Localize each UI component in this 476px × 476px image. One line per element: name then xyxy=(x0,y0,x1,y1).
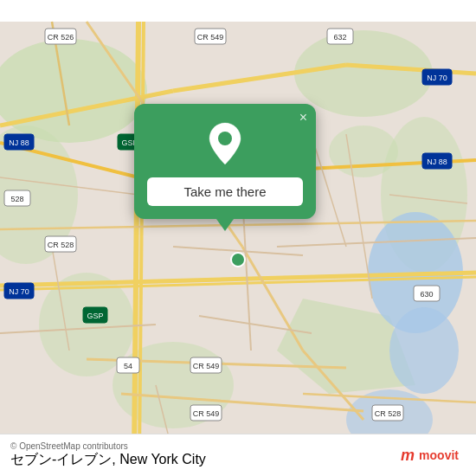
moovit-brand: m moovit xyxy=(394,444,466,467)
svg-text:GSP: GSP xyxy=(87,312,103,320)
location-pin-icon xyxy=(204,121,246,169)
place-name: セブン-イレブン, xyxy=(10,452,116,466)
svg-point-72 xyxy=(231,253,245,267)
svg-text:CR 528: CR 528 xyxy=(48,241,74,249)
svg-text:NJ 88: NJ 88 xyxy=(427,158,447,166)
svg-text:630: 630 xyxy=(420,290,433,299)
svg-point-73 xyxy=(218,132,232,145)
svg-text:NJ 70: NJ 70 xyxy=(9,287,29,296)
svg-text:NJ 70: NJ 70 xyxy=(427,74,447,82)
svg-text:54: 54 xyxy=(124,362,132,370)
bottom-info: © OpenStreetMap contributors セブン-イレブン, N… xyxy=(10,441,206,469)
svg-text:CR 549: CR 549 xyxy=(197,33,224,42)
svg-point-2 xyxy=(294,30,433,117)
svg-point-8 xyxy=(329,125,398,177)
map-background: CR 526 CR 549 632 NJ 70 NJ 88 NJ 88 528 … xyxy=(0,0,476,476)
svg-text:CR 549: CR 549 xyxy=(193,409,220,418)
svg-text:528: 528 xyxy=(10,195,23,203)
place-info: セブン-イレブン, New York City xyxy=(10,451,206,469)
moovit-wordmark: moovit xyxy=(419,448,459,462)
svg-text:CR 528: CR 528 xyxy=(375,409,402,418)
moovit-icon: m xyxy=(401,447,415,465)
popup-card: × Take me there xyxy=(134,104,316,219)
map-container: CR 526 CR 549 632 NJ 70 NJ 88 NJ 88 528 … xyxy=(0,0,476,476)
popup-pointer xyxy=(216,219,234,231)
svg-text:CR 526: CR 526 xyxy=(48,33,74,42)
take-me-there-button[interactable]: Take me there xyxy=(147,177,303,206)
svg-text:NJ 88: NJ 88 xyxy=(9,138,29,147)
moovit-logo: m moovit xyxy=(394,444,466,467)
svg-point-10 xyxy=(389,307,459,394)
city-name: New York City xyxy=(119,452,206,466)
osm-attribution: © OpenStreetMap contributors xyxy=(10,441,206,451)
svg-text:CR 549: CR 549 xyxy=(193,362,220,370)
svg-text:632: 632 xyxy=(333,33,346,42)
bottom-bar: © OpenStreetMap contributors セブン-イレブン, N… xyxy=(0,434,476,476)
close-button[interactable]: × xyxy=(299,111,307,125)
